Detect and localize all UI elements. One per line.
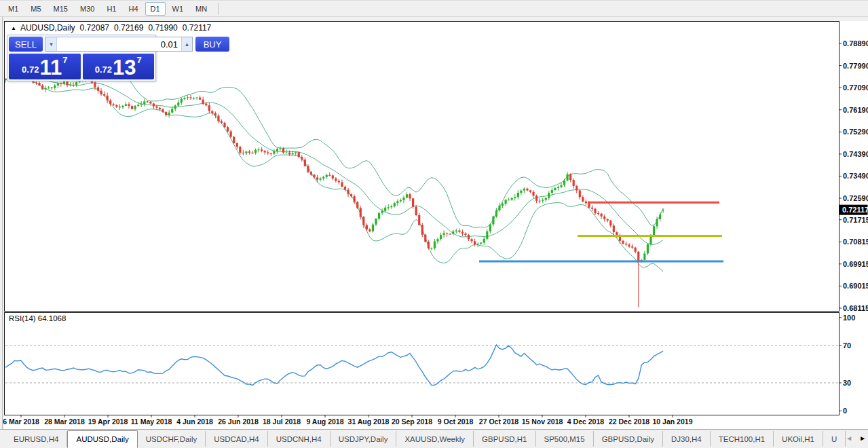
price-axis-label: 0.77990 [843,62,868,70]
date-axis-label: 4 Jun 2018 [176,417,213,426]
chart-symbol-label: AUDUSD,Daily [20,23,75,33]
date-axis-label: 31 Aug 2018 [348,417,390,426]
date-axis-label: 18 Jul 2018 [263,417,301,426]
current-price-label: 0.72117 [842,206,868,214]
price-axis-label: 0.70815 [843,238,868,246]
price-axis-label: 0.68115 [843,304,868,312]
rsi-axis-label: 100 [843,314,855,322]
price-axis-label: 0.69015 [843,282,868,290]
rsi-axis-label: 30 [843,379,851,387]
timeframe-button-mn[interactable]: MN [190,2,212,16]
timeframe-button-m5[interactable]: M5 [25,2,46,16]
price-axis-label: 0.69915 [843,260,868,268]
date-axis-label: 19 Apr 2018 [88,417,128,426]
symbol-marker-icon: ▲ [11,25,16,31]
price-axis-label: 0.74390 [843,150,868,158]
date-axis-label: 6 Mar 2018 [3,417,39,426]
tab-usdcnh-h4[interactable]: USDCNH,H4 [268,431,331,447]
tab-ukoil-h1[interactable]: UKOil,H1 [774,431,823,447]
rsi-indicator-label: RSI(14) 64.1068 [9,314,66,322]
date-axis-label: 9 Aug 2018 [306,417,343,426]
tab-usdjpy-daily[interactable]: USDJPY,Daily [331,431,397,447]
buy-price-pips: 13 [113,58,136,77]
date-axis-label: 15 Nov 2018 [522,417,563,426]
toolbar-separator [218,3,219,15]
sell-button[interactable]: SELL [9,37,43,52]
symbol-tabbar: EURUSD,H4AUDUSD,DailyUSDCHF,DailyUSDCAD,… [0,429,868,448]
timeframe-button-h4[interactable]: H4 [123,2,143,16]
date-axis-label: 28 Mar 2018 [44,417,85,426]
sell-price-pips: 11 [39,58,62,77]
date-axis-label: 27 Oct 2018 [479,417,519,426]
date-axis: 6 Mar 201828 Mar 201819 Apr 201811 May 2… [3,415,693,426]
volume-control: ▼ ▲ [45,37,193,52]
price-axis-label: 0.72590 [843,194,868,202]
price-axis-label: 0.73490 [843,172,868,180]
price-axis-label: 0.71715 [843,216,868,224]
buy-price-point: 7 [137,55,142,65]
tab-eurusd-h4[interactable]: EURUSD,H4 [5,431,67,447]
sell-price-button[interactable]: 0.72 11 7 [9,54,81,79]
tab-usdcad-h4[interactable]: USDCAD,H4 [206,431,267,447]
trading-terminal-window: 0.788900.779900.770900.761900.752900.743… [0,0,868,448]
timeframe-button-m1[interactable]: M1 [3,2,24,16]
price-axis-label: 0.75290 [843,128,868,136]
buy-price-button[interactable]: 0.72 13 7 [83,54,155,79]
price-axis-label: 0.77090 [843,83,868,92]
tab-dj30-h4[interactable]: DJ30,H4 [663,431,711,447]
timeframe-button-d1[interactable]: D1 [145,2,166,16]
buy-button[interactable]: BUY [195,37,229,52]
volume-increase-button[interactable]: ▲ [181,37,192,51]
buy-price-prefix: 0.72 [95,64,112,75]
timeframe-button-h1[interactable]: H1 [101,2,121,16]
timeframe-button-w1[interactable]: W1 [167,2,189,16]
price-axis-label: 0.78890 [843,39,868,48]
volume-input[interactable] [57,37,181,51]
price-axis-label: 0.76190 [843,106,868,114]
date-axis-label: 4 Dec 2018 [567,417,604,426]
sell-price-prefix: 0.72 [22,64,39,75]
ohlc-high: 0.72169 [114,23,143,33]
one-click-trading-panel: SELL ▼ ▲ BUY 0.72 11 7 0.72 13 7 [7,35,156,81]
tab-sp500-m15[interactable]: SP500,M15 [536,431,594,447]
tab-gbpusd-daily[interactable]: GBPUSD,Daily [594,431,663,447]
tab-audusd-daily[interactable]: AUDUSD,Daily [67,430,137,448]
tab-scroll-controls: ◄ ► [846,430,868,446]
tab-gbpusd-h1[interactable]: GBPUSD,H1 [474,431,535,447]
timeframe-button-m30[interactable]: M30 [75,2,100,16]
chart-title: ▲ AUDUSD,Daily 0.72087 0.72169 0.71990 0… [11,23,211,33]
volume-decrease-button[interactable]: ▼ [46,37,57,51]
ohlc-low: 0.71990 [148,23,177,33]
sell-price-point: 7 [62,55,67,65]
tab-xauusd-weekly[interactable]: XAUUSD,Weekly [396,431,474,447]
rsi-axis-label: 0 [843,407,847,415]
timeframe-toolbar: M1M5M15M30H1H4D1W1MN [0,1,868,17]
tab-u[interactable]: U [823,431,846,447]
tab-usdchf-daily[interactable]: USDCHF,Daily [138,431,206,447]
tab-tech100-h1[interactable]: TECH100,H1 [711,431,774,447]
date-axis-label: 11 May 2018 [131,417,172,426]
ohlc-close: 0.72117 [183,23,212,33]
timeframe-button-m15[interactable]: M15 [48,2,73,16]
date-axis-label: 22 Dec 2018 [609,417,649,426]
rsi-axis-label: 70 [843,341,851,350]
tabs-scroll-left-icon[interactable]: ◄ [846,435,852,442]
ohlc-open: 0.72087 [80,23,109,33]
tabs-scroll-right-icon[interactable]: ► [859,435,866,442]
date-axis-label: 10 Jan 2019 [653,417,693,426]
date-axis-label: 26 Jun 2018 [218,417,259,426]
date-axis-label: 9 Oct 2018 [438,417,474,426]
date-axis-label: 20 Sep 2018 [392,417,432,426]
